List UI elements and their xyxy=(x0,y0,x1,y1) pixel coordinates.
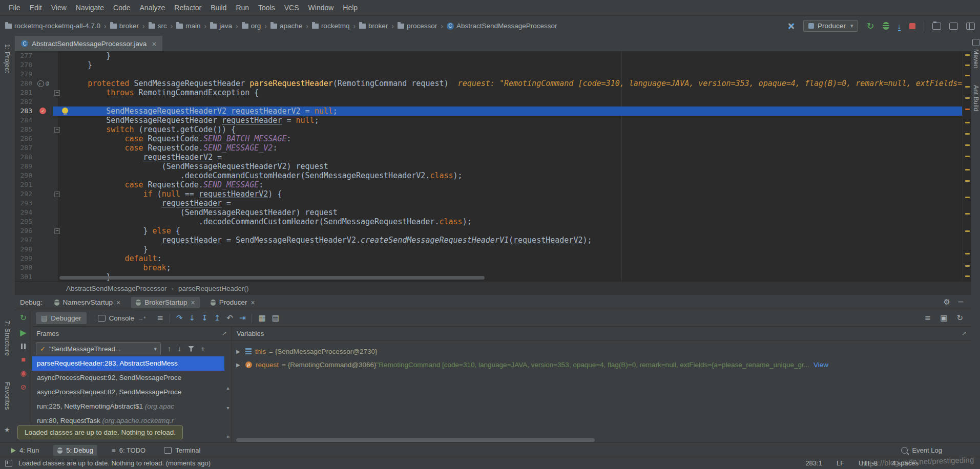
error-stripe[interactable] xyxy=(962,51,971,281)
toolwindow-button-5-debug[interactable]: 5: Debug xyxy=(53,445,97,456)
fold-strip[interactable] xyxy=(53,106,61,116)
gutter-icons[interactable] xyxy=(35,134,53,143)
gutter-icons[interactable] xyxy=(35,97,53,106)
stop-icon[interactable] xyxy=(909,23,915,29)
stack-frame[interactable]: asyncProcessRequest:82, SendMessageProce xyxy=(32,385,224,399)
breakpoint-icon[interactable]: ✓ xyxy=(39,108,46,114)
intention-bulb-icon[interactable] xyxy=(62,108,68,114)
menu-item-navigate[interactable]: Navigate xyxy=(71,2,109,14)
pause-icon[interactable] xyxy=(21,344,26,349)
more-icon[interactable]: » xyxy=(226,433,230,440)
gutter-icons[interactable] xyxy=(35,254,53,263)
gutter-icons[interactable] xyxy=(35,263,53,272)
tool-strip-1-project[interactable]: 1: Project xyxy=(4,44,11,73)
gutter-icons[interactable] xyxy=(35,245,53,254)
favorites-star-icon[interactable]: ★ xyxy=(4,426,10,434)
gutter-icons[interactable] xyxy=(35,236,53,245)
error-stripe-mark[interactable] xyxy=(965,213,970,215)
menu-item-build[interactable]: Build xyxy=(206,2,231,14)
close-icon[interactable]: × xyxy=(251,299,255,307)
menu-item-run[interactable]: Run xyxy=(231,2,254,14)
error-stripe-mark[interactable] xyxy=(965,97,970,99)
error-stripe-mark[interactable] xyxy=(965,197,970,198)
fold-strip[interactable] xyxy=(53,79,61,88)
layout-settings-icon[interactable]: ▣ xyxy=(940,314,947,322)
fold-strip[interactable]: − xyxy=(53,189,61,199)
variable-row[interactable]: ▶this= {SendMessageProcessor@2730} xyxy=(232,345,971,358)
breadcrumb-item[interactable]: org xyxy=(242,22,261,30)
menu-item-code[interactable]: Code xyxy=(109,2,135,14)
gutter-icons[interactable] xyxy=(35,272,53,281)
fold-strip[interactable] xyxy=(53,254,61,263)
breadcrumb-item[interactable]: src xyxy=(149,22,167,30)
run-to-cursor-icon[interactable]: ⇥ xyxy=(239,314,246,322)
gutter-icons[interactable] xyxy=(35,162,53,171)
gutter-icons[interactable] xyxy=(35,88,53,97)
rerun-icon[interactable]: ↻ xyxy=(20,314,27,322)
override-icon[interactable] xyxy=(37,80,44,87)
fold-strip[interactable] xyxy=(53,171,61,180)
scroll-down-icon[interactable]: ▾ xyxy=(226,405,229,411)
stack-frame[interactable]: parseRequestHeader:283, AbstractSendMess xyxy=(32,356,224,371)
breadcrumb-item[interactable]: CAbstractSendMessageProcessor xyxy=(447,22,557,30)
error-stripe-mark[interactable] xyxy=(965,133,970,135)
tab-console[interactable]: Console →* xyxy=(93,312,151,324)
gutter-icons[interactable] xyxy=(35,70,53,79)
step-out-icon[interactable]: ↥ xyxy=(214,314,221,322)
fold-marker-icon[interactable]: − xyxy=(54,127,60,133)
menu-item-tools[interactable]: Tools xyxy=(254,2,280,14)
tool-strip-ant-build[interactable]: Ant Build xyxy=(972,85,979,112)
drop-frame-icon[interactable]: ↶ xyxy=(226,314,233,322)
toolbar-monitor-icon[interactable] xyxy=(949,23,958,30)
error-stripe-mark[interactable] xyxy=(965,265,970,267)
debug-session-tab-namesrvstartup[interactable]: NamesrvStartup× xyxy=(50,297,126,308)
fold-strip[interactable]: − xyxy=(53,125,61,134)
fold-strip[interactable] xyxy=(53,60,61,70)
fold-strip[interactable] xyxy=(53,97,61,106)
pin-icon[interactable]: ↗ xyxy=(962,330,967,337)
error-stripe-mark[interactable] xyxy=(965,75,970,76)
close-icon[interactable]: × xyxy=(152,39,156,48)
tool-window-switcher-icon[interactable] xyxy=(5,460,12,467)
fold-strip[interactable] xyxy=(53,143,61,153)
gutter-icons[interactable] xyxy=(35,51,53,60)
breadcrumb-item[interactable]: java xyxy=(210,22,232,30)
refresh-icon[interactable]: ↻ xyxy=(956,314,963,322)
filter-icon[interactable] xyxy=(188,346,194,352)
menu-item-analyze[interactable]: Analyze xyxy=(135,2,170,14)
evaluate-expression-icon[interactable]: ▦ xyxy=(258,314,265,322)
caret-position[interactable]: 283:1 xyxy=(805,459,822,467)
encoding[interactable]: UTF-8 xyxy=(859,459,878,467)
breadcrumb-item[interactable]: parseRequestHeader() xyxy=(178,285,248,292)
error-stripe-mark[interactable] xyxy=(965,86,970,88)
event-log-button[interactable]: Event Log xyxy=(901,446,942,454)
breadcrumb-item[interactable]: processor xyxy=(398,22,437,30)
fold-strip[interactable]: − xyxy=(53,226,61,236)
fold-strip[interactable]: − xyxy=(53,88,61,97)
fold-strip[interactable] xyxy=(53,245,61,254)
fold-strip[interactable] xyxy=(53,180,61,189)
gutter-icons[interactable] xyxy=(35,171,53,180)
toolwindow-button-4-run[interactable]: 4: Run xyxy=(7,445,43,456)
fold-marker-icon[interactable]: − xyxy=(54,90,60,96)
step-over-icon[interactable]: ↷ xyxy=(176,314,183,322)
error-stripe-mark[interactable] xyxy=(965,144,970,146)
gutter-icons[interactable] xyxy=(35,217,53,226)
menu-item-help[interactable]: Help xyxy=(338,2,362,14)
menu-item-vcs[interactable]: VCS xyxy=(280,2,304,14)
error-stripe-mark[interactable] xyxy=(965,169,970,170)
fold-strip[interactable] xyxy=(53,153,61,162)
fold-strip[interactable] xyxy=(53,116,61,125)
gutter-icons[interactable] xyxy=(35,199,53,208)
scroll-up-icon[interactable]: ▴ xyxy=(226,385,229,391)
mute-breakpoints-icon[interactable]: ⊘ xyxy=(20,383,27,391)
breadcrumb-item[interactable]: broker xyxy=(110,22,139,30)
view-link[interactable]: View xyxy=(814,361,828,369)
breadcrumb-item[interactable]: rocketmq xyxy=(312,22,350,30)
stop-icon[interactable]: ■ xyxy=(21,356,25,363)
fold-marker-icon[interactable]: − xyxy=(54,228,60,234)
error-stripe-mark[interactable] xyxy=(965,65,970,66)
menu-item-window[interactable]: Window xyxy=(304,2,339,14)
toolwindow-button-terminal[interactable]: Terminal xyxy=(160,445,204,456)
gear-icon[interactable]: ⚙ xyxy=(944,299,950,306)
